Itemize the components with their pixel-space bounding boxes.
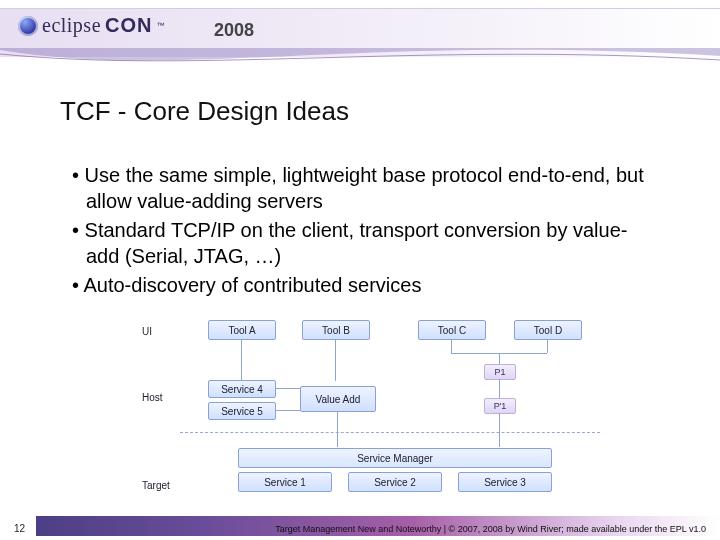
eclipsecon-logo: eclipse CON ™ [18, 14, 164, 37]
connector [547, 339, 548, 353]
target-service-label: Service 2 [374, 477, 416, 488]
tool-label: Tool A [228, 325, 255, 336]
logo-tm: ™ [156, 21, 164, 30]
page-number: 12 [14, 523, 25, 534]
slide: eclipse CON ™ 2008 TCF - Core Design Ide… [0, 0, 720, 540]
layer-label-target: Target [142, 480, 170, 491]
connector [275, 410, 300, 411]
connector [499, 379, 500, 398]
value-add-label: Value Add [316, 394, 361, 405]
protocol-box: P1 [484, 364, 516, 380]
connector [337, 411, 338, 447]
connector [275, 388, 300, 389]
protocol-label: P1 [494, 367, 505, 377]
tool-box: Tool B [302, 320, 370, 340]
target-service-box: Service 2 [348, 472, 442, 492]
bullet-item: Auto-discovery of contributed services [72, 272, 660, 298]
header-swoosh-icon [0, 48, 720, 68]
target-service-label: Service 3 [484, 477, 526, 488]
protocol-label: P'1 [494, 401, 507, 411]
tool-label: Tool B [322, 325, 350, 336]
target-service-box: Service 3 [458, 472, 552, 492]
bullet-list: Use the same simple, lightweight base pr… [72, 162, 660, 300]
tool-label: Tool C [438, 325, 466, 336]
service-manager-box: Service Manager [238, 448, 552, 468]
tool-box: Tool D [514, 320, 582, 340]
connector [241, 339, 242, 381]
logo-text-con: CON [105, 14, 152, 37]
connector [335, 339, 336, 381]
conference-year: 2008 [214, 20, 254, 41]
host-service-label: Service 5 [221, 406, 263, 417]
service-manager-label: Service Manager [357, 453, 433, 464]
layer-label-host: Host [142, 392, 163, 403]
bullet-item: Standard TCP/IP on the client, transport… [72, 217, 660, 270]
tool-label: Tool D [534, 325, 562, 336]
host-service-box: Service 4 [208, 380, 276, 398]
connector [451, 339, 452, 353]
target-service-label: Service 1 [264, 477, 306, 488]
slide-header: eclipse CON ™ 2008 [0, 0, 720, 60]
layer-divider [180, 432, 600, 433]
tool-box: Tool C [418, 320, 486, 340]
footer-text: Target Management New and Noteworthy | ©… [275, 524, 706, 534]
slide-title: TCF - Core Design Ideas [60, 96, 349, 127]
tool-box: Tool A [208, 320, 276, 340]
connector [499, 413, 500, 447]
target-service-box: Service 1 [238, 472, 332, 492]
eclipse-globe-icon [18, 16, 38, 36]
host-service-box: Service 5 [208, 402, 276, 420]
protocol-box: P'1 [484, 398, 516, 414]
value-add-box: Value Add [300, 386, 376, 412]
bullet-item: Use the same simple, lightweight base pr… [72, 162, 660, 215]
logo-text-eclipse: eclipse [42, 14, 101, 37]
architecture-diagram: UI Host Target Tool A Tool B Tool C Tool… [142, 320, 610, 494]
slide-footer: 12 Target Management New and Noteworthy … [0, 510, 720, 540]
host-service-label: Service 4 [221, 384, 263, 395]
layer-label-ui: UI [142, 326, 152, 337]
